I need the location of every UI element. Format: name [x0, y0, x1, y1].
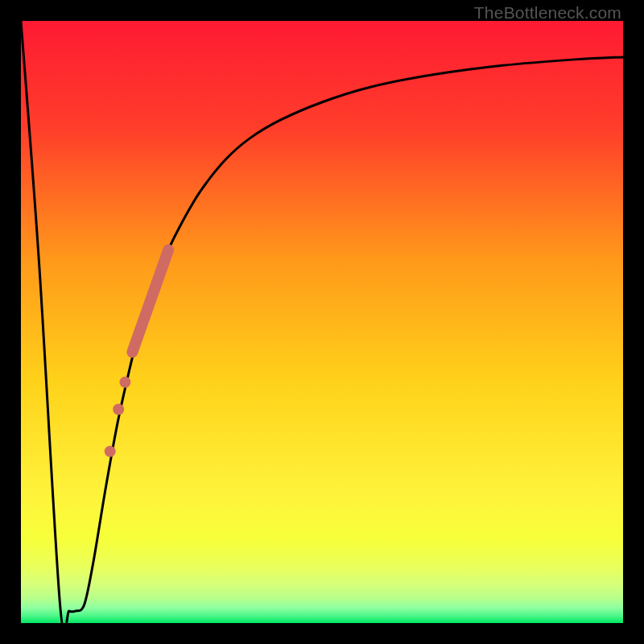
- curve-path: [21, 21, 623, 623]
- dot-2: [113, 403, 124, 415]
- bottleneck-curve: [21, 21, 623, 623]
- watermark-text: TheBottleneck.com: [474, 3, 621, 23]
- thick-segment: [132, 250, 168, 352]
- plot-area: [21, 21, 623, 623]
- chart-frame: TheBottleneck.com: [0, 0, 644, 644]
- dot-1: [119, 377, 130, 388]
- dot-3: [105, 446, 116, 457]
